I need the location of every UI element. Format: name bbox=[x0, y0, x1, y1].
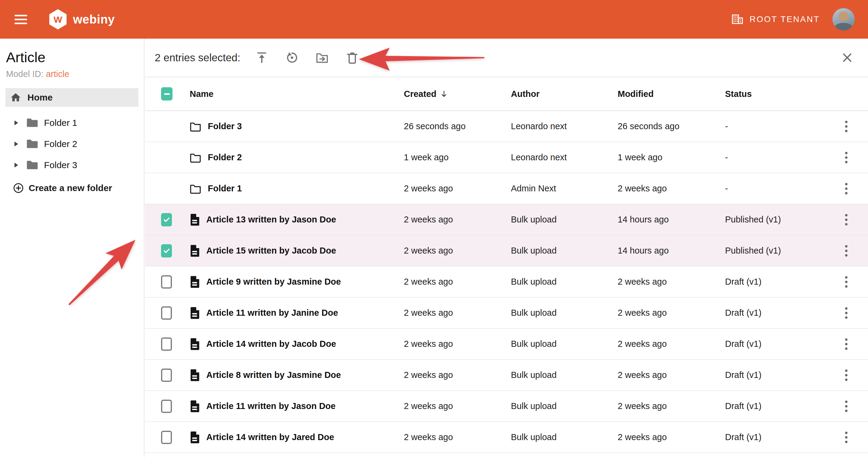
row-name: Article 11 written by Jason Doe bbox=[206, 401, 336, 411]
folder-tree: Folder 1 Folder 2 Folder 3 bbox=[0, 112, 144, 176]
tenant-selector[interactable]: ROOT TENANT bbox=[731, 13, 820, 26]
column-header-created[interactable]: Created bbox=[404, 89, 511, 99]
document-icon bbox=[190, 213, 200, 226]
user-avatar[interactable] bbox=[832, 8, 855, 30]
close-selection-button[interactable] bbox=[840, 50, 855, 65]
column-header-modified[interactable]: Modified bbox=[618, 89, 725, 99]
row-name: Article 11 written by Janine Doe bbox=[206, 308, 338, 318]
cell-status: Published (v1) bbox=[725, 215, 825, 225]
cell-status: - bbox=[725, 152, 825, 162]
row-menu-button[interactable] bbox=[843, 118, 850, 135]
publish-button[interactable] bbox=[253, 49, 271, 66]
table-row[interactable]: Article 11 written by Janine Doe 2 weeks… bbox=[145, 297, 868, 329]
publish-icon bbox=[255, 51, 269, 64]
unpublish-button[interactable] bbox=[283, 49, 301, 66]
row-menu-button[interactable] bbox=[843, 398, 850, 415]
move-button[interactable] bbox=[313, 49, 331, 66]
sidebar-folder-item[interactable]: Folder 1 bbox=[0, 112, 144, 134]
create-folder-label: Create a new folder bbox=[29, 183, 112, 193]
check-icon bbox=[162, 216, 171, 224]
plus-circle-icon bbox=[13, 183, 24, 193]
column-header-name[interactable]: Name bbox=[190, 89, 404, 99]
row-name: Article 9 written by Jasmine Doe bbox=[206, 277, 341, 287]
row-menu-button[interactable] bbox=[843, 180, 850, 197]
table-row[interactable]: Article 11 written by Jason Doe 2 weeks … bbox=[145, 391, 868, 422]
row-checkbox[interactable] bbox=[161, 400, 172, 413]
sidebar-item-home[interactable]: Home bbox=[5, 88, 138, 107]
cell-modified: 2 weeks ago bbox=[618, 277, 725, 287]
row-checkbox[interactable] bbox=[161, 431, 172, 444]
table-row[interactable]: Folder 1 2 weeks ago Admin Next 2 weeks … bbox=[145, 173, 868, 204]
row-checkbox[interactable] bbox=[161, 244, 172, 257]
sidebar-folder-item[interactable]: Folder 3 bbox=[0, 154, 144, 176]
cell-created: 2 weeks ago bbox=[404, 370, 511, 380]
row-checkbox[interactable] bbox=[161, 213, 172, 226]
table-row[interactable]: Article 15 written by Jacob Doe 2 weeks … bbox=[145, 235, 868, 266]
row-menu-button[interactable] bbox=[843, 243, 850, 259]
menu-icon[interactable] bbox=[14, 15, 27, 24]
document-icon bbox=[190, 245, 200, 257]
building-icon bbox=[731, 13, 744, 26]
create-folder-button[interactable]: Create a new folder bbox=[13, 183, 144, 193]
table-row[interactable]: Article 14 written by Jacob Doe 2 weeks … bbox=[145, 329, 868, 360]
cell-status: Draft (v1) bbox=[725, 308, 825, 318]
row-checkbox[interactable] bbox=[161, 369, 172, 382]
chevron-right-icon[interactable] bbox=[14, 163, 18, 168]
cell-created: 2 weeks ago bbox=[404, 432, 511, 442]
row-menu-button[interactable] bbox=[843, 429, 850, 446]
table-row[interactable]: Article 8 written by Jasmine Doe 2 weeks… bbox=[145, 360, 868, 391]
cell-author: Bulk upload bbox=[511, 432, 618, 442]
sidebar: Article Model ID: article Home Folder 1 … bbox=[0, 39, 145, 457]
delete-button[interactable] bbox=[343, 49, 361, 66]
row-name: Article 14 written by Jared Doe bbox=[206, 432, 334, 442]
sort-desc-icon bbox=[439, 89, 448, 98]
row-name: Article 13 written by Jason Doe bbox=[206, 215, 336, 225]
webiny-admin-screen: W webiny ROOT TENANT Artic bbox=[0, 0, 868, 457]
table-row[interactable]: Article 9 written by Jasmine Doe 2 weeks… bbox=[145, 266, 868, 297]
select-all-checkbox[interactable] bbox=[161, 87, 173, 101]
webiny-logo[interactable]: W webiny bbox=[48, 9, 115, 30]
row-menu-button[interactable] bbox=[843, 336, 850, 352]
cell-author: Bulk upload bbox=[511, 308, 618, 318]
cell-created: 2 weeks ago bbox=[404, 183, 511, 194]
cell-modified: 2 weeks ago bbox=[618, 432, 725, 442]
cell-modified: 2 weeks ago bbox=[618, 308, 725, 318]
cell-status: Draft (v1) bbox=[725, 401, 825, 411]
chevron-right-icon[interactable] bbox=[14, 142, 18, 146]
cell-created: 2 weeks ago bbox=[404, 401, 511, 411]
close-icon bbox=[841, 51, 854, 64]
column-header-status[interactable]: Status bbox=[725, 89, 825, 99]
cell-modified: 26 seconds ago bbox=[618, 121, 725, 131]
row-checkbox[interactable] bbox=[161, 275, 172, 289]
move-to-folder-icon bbox=[315, 51, 329, 64]
row-menu-button[interactable] bbox=[843, 274, 850, 290]
svg-text:W: W bbox=[54, 15, 62, 24]
home-icon bbox=[10, 92, 22, 103]
cell-modified: 14 hours ago bbox=[618, 215, 725, 225]
row-menu-button[interactable] bbox=[843, 211, 850, 228]
sidebar-folder-item[interactable]: Folder 2 bbox=[0, 134, 144, 154]
row-name: Article 15 written by Jacob Doe bbox=[206, 246, 336, 256]
table-row[interactable]: Folder 3 26 seconds ago Leonardo next 26… bbox=[145, 111, 868, 142]
row-checkbox[interactable] bbox=[161, 306, 172, 320]
chevron-right-icon[interactable] bbox=[14, 120, 18, 125]
cell-author: Bulk upload bbox=[511, 215, 618, 225]
cell-modified: 2 weeks ago bbox=[618, 401, 725, 411]
folder-icon bbox=[190, 121, 201, 132]
model-id-link[interactable]: article bbox=[46, 69, 69, 79]
table-row[interactable]: Article 14 written by Jared Doe 2 weeks … bbox=[145, 422, 868, 453]
cell-status: - bbox=[725, 183, 825, 194]
cell-author: Admin Next bbox=[511, 183, 618, 194]
row-menu-button[interactable] bbox=[843, 149, 850, 166]
row-menu-button[interactable] bbox=[843, 305, 850, 321]
restore-icon bbox=[285, 51, 299, 64]
table-body: Folder 3 26 seconds ago Leonardo next 26… bbox=[145, 111, 868, 453]
row-menu-button[interactable] bbox=[843, 367, 850, 383]
cell-author: Bulk upload bbox=[511, 401, 618, 411]
row-checkbox[interactable] bbox=[161, 338, 172, 351]
cell-author: Bulk upload bbox=[511, 370, 618, 380]
table-row[interactable]: Folder 2 1 week ago Leonardo next 1 week… bbox=[145, 142, 868, 173]
column-header-author[interactable]: Author bbox=[511, 89, 618, 99]
cell-author: Bulk upload bbox=[511, 277, 618, 287]
table-row[interactable]: Article 13 written by Jason Doe 2 weeks … bbox=[145, 204, 868, 235]
